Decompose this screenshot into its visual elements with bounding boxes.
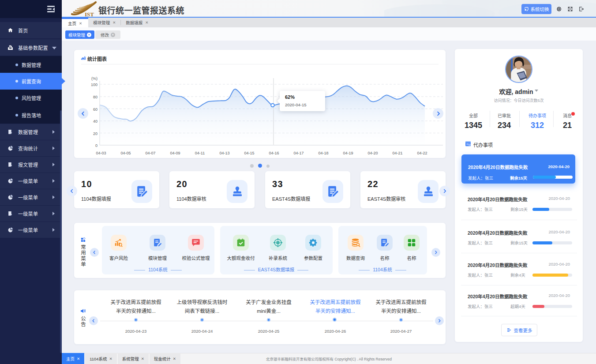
svg-text:100: 100 bbox=[91, 83, 97, 87]
svg-text:04-16: 04-16 bbox=[269, 151, 279, 155]
svg-text:04-11: 04-11 bbox=[195, 151, 205, 155]
svg-text:04-05: 04-05 bbox=[120, 151, 131, 155]
svg-text:04-21: 04-21 bbox=[392, 151, 402, 155]
svg-text:04-07: 04-07 bbox=[145, 151, 155, 155]
svg-text:IST: IST bbox=[85, 11, 94, 17]
svg-text:40: 40 bbox=[93, 119, 97, 124]
svg-text:80: 80 bbox=[93, 95, 97, 99]
svg-text:04-22: 04-22 bbox=[417, 151, 427, 155]
svg-text:60: 60 bbox=[93, 107, 97, 112]
svg-text:04-09: 04-09 bbox=[170, 151, 180, 155]
svg-text:0: 0 bbox=[95, 143, 97, 148]
svg-text:(%): (%) bbox=[91, 76, 97, 81]
svg-text:04-17: 04-17 bbox=[293, 151, 304, 155]
svg-text:04-20: 04-20 bbox=[367, 151, 378, 155]
svg-text:04-03: 04-03 bbox=[96, 151, 106, 155]
svg-text:04-13: 04-13 bbox=[219, 151, 229, 155]
svg-text:04-15: 04-15 bbox=[244, 151, 254, 155]
svg-text:04-19: 04-19 bbox=[343, 151, 353, 155]
svg-text:04-18: 04-18 bbox=[318, 151, 328, 155]
svg-text:20: 20 bbox=[93, 131, 97, 136]
